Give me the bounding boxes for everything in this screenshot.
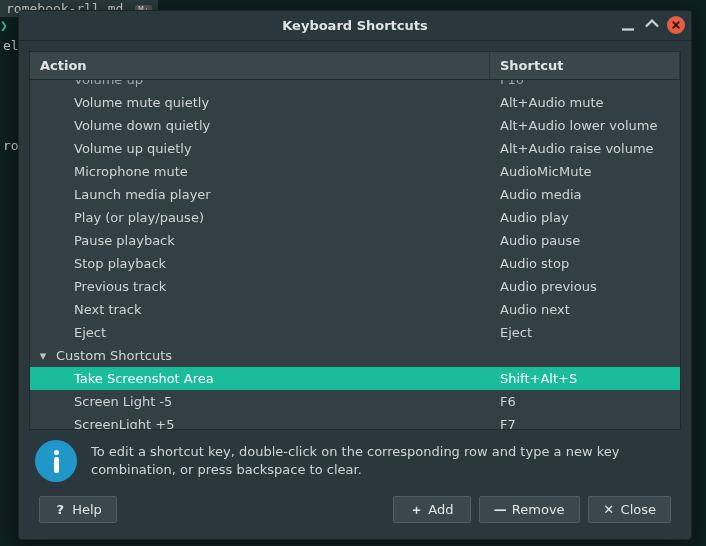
table-row[interactable]: Play (or play/pause)Audio play	[30, 206, 680, 229]
cell-shortcut: Alt+Audio raise volume	[490, 141, 680, 156]
cell-shortcut: Audio next	[490, 302, 680, 317]
table-group-row[interactable]: ▾Custom Shortcuts	[30, 344, 680, 367]
window-title: Keyboard Shortcuts	[282, 18, 427, 33]
cell-shortcut: F7	[490, 417, 680, 429]
column-header-shortcut[interactable]: Shortcut	[490, 52, 680, 79]
close-icon: ✕	[603, 504, 615, 516]
maximize-button[interactable]	[643, 16, 661, 34]
terminal-prompt: ❯	[0, 18, 8, 33]
keyboard-shortcuts-window: Keyboard Shortcuts Action Shortcut Volum…	[18, 10, 692, 540]
table-row[interactable]: Volume mute quietlyAlt+Audio mute	[30, 91, 680, 114]
cell-shortcut: F10	[490, 80, 680, 87]
cell-action: Volume down quietly	[30, 118, 490, 133]
cell-action: Launch media player	[30, 187, 490, 202]
cell-shortcut: AudioMicMute	[490, 164, 680, 179]
cell-action: Take Screenshot Area	[30, 371, 490, 386]
shortcuts-table: Action Shortcut Volume upF10Volume mute …	[29, 51, 681, 430]
table-row[interactable]: Launch media playerAudio media	[30, 183, 680, 206]
table-row[interactable]: Screen Light -5F6	[30, 390, 680, 413]
cell-action: Eject	[30, 325, 490, 340]
expander-icon[interactable]: ▾	[36, 348, 50, 363]
table-header: Action Shortcut	[30, 52, 680, 80]
add-button-label: Add	[428, 502, 453, 517]
table-body[interactable]: Volume upF10Volume mute quietlyAlt+Audio…	[30, 80, 680, 429]
cell-action: ScreenLight +5	[30, 417, 490, 429]
table-row[interactable]: Previous trackAudio previous	[30, 275, 680, 298]
remove-button[interactable]: — Remove	[479, 496, 580, 523]
table-row[interactable]: Microphone muteAudioMicMute	[30, 160, 680, 183]
close-button[interactable]: ✕ Close	[588, 496, 671, 523]
cell-action: Volume mute quietly	[30, 95, 490, 110]
table-row[interactable]: Volume down quietlyAlt+Audio lower volum…	[30, 114, 680, 137]
table-row[interactable]: EjectEject	[30, 321, 680, 344]
info-icon	[35, 440, 77, 482]
table-row[interactable]: Next trackAudio next	[30, 298, 680, 321]
cell-action: Pause playback	[30, 233, 490, 248]
cell-shortcut: F6	[490, 394, 680, 409]
cell-shortcut: Alt+Audio mute	[490, 95, 680, 110]
table-row[interactable]: ScreenLight +5F7	[30, 413, 680, 429]
cell-action: Previous track	[30, 279, 490, 294]
titlebar[interactable]: Keyboard Shortcuts	[19, 11, 691, 41]
minimize-button[interactable]	[619, 16, 637, 34]
cell-shortcut: Eject	[490, 325, 680, 340]
cell-action: Next track	[30, 302, 490, 317]
help-button-label: Help	[72, 502, 102, 517]
help-icon: ?	[54, 504, 66, 516]
info-bar: To edit a shortcut key, double-click on …	[29, 430, 681, 492]
minus-icon: —	[494, 504, 506, 516]
cell-shortcut: Audio media	[490, 187, 680, 202]
cell-action: Volume up quietly	[30, 141, 490, 156]
button-bar: ? Help ＋ Add — Remove ✕ Close	[29, 492, 681, 533]
table-row[interactable]: Stop playbackAudio stop	[30, 252, 680, 275]
table-row[interactable]: Volume upF10	[30, 80, 680, 91]
cell-action: Custom Shortcuts	[30, 348, 490, 363]
table-row[interactable]: Take Screenshot AreaShift+Alt+S	[30, 367, 680, 390]
cell-shortcut: Audio play	[490, 210, 680, 225]
bg-text-fragment: ro	[3, 138, 19, 153]
add-button[interactable]: ＋ Add	[393, 496, 471, 523]
remove-button-label: Remove	[512, 502, 565, 517]
table-row[interactable]: Pause playbackAudio pause	[30, 229, 680, 252]
cell-action: Stop playback	[30, 256, 490, 271]
plus-icon: ＋	[410, 504, 422, 516]
cell-action: Play (or play/pause)	[30, 210, 490, 225]
close-window-button[interactable]	[667, 16, 685, 34]
cell-shortcut: Audio previous	[490, 279, 680, 294]
table-row[interactable]: Volume up quietlyAlt+Audio raise volume	[30, 137, 680, 160]
cell-shortcut: Audio stop	[490, 256, 680, 271]
cell-action: Volume up	[30, 80, 490, 87]
column-header-action[interactable]: Action	[30, 52, 490, 79]
cell-shortcut: Audio pause	[490, 233, 680, 248]
cell-shortcut: Alt+Audio lower volume	[490, 118, 680, 133]
cell-action: Microphone mute	[30, 164, 490, 179]
cell-shortcut: Shift+Alt+S	[490, 371, 680, 386]
close-button-label: Close	[621, 502, 656, 517]
info-text: To edit a shortcut key, double-click on …	[91, 443, 675, 478]
help-button[interactable]: ? Help	[39, 496, 117, 523]
cell-action: Screen Light -5	[30, 394, 490, 409]
bg-text-fragment: el	[3, 38, 19, 53]
